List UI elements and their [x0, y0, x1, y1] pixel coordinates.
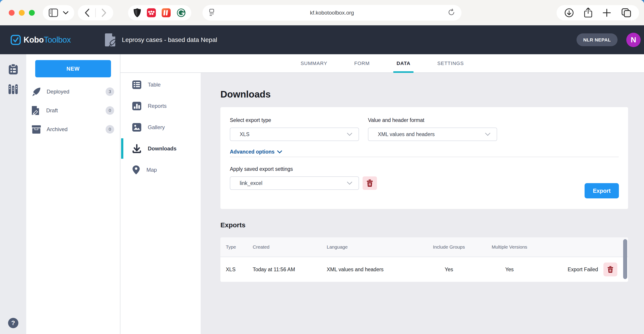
chevron-down-icon [485, 133, 490, 136]
chevron-down-icon[interactable] [63, 11, 68, 14]
cell-created: Today at 11:56 AM [253, 266, 327, 272]
user-avatar[interactable]: N [626, 33, 641, 47]
left-rail: ? [0, 54, 26, 334]
address-bar[interactable]: kf.kobotoolbox.org [202, 5, 462, 20]
delete-saved-setting-button[interactable] [362, 176, 377, 190]
extensions-group [128, 5, 191, 20]
column-header-created: Created [253, 244, 327, 250]
sidebar-item-deployed[interactable]: Deployed 3 [26, 82, 120, 101]
exports-table-header: Type Created Language Include Groups Mul… [220, 238, 628, 257]
format-label: Value and header format [368, 117, 497, 123]
nav-item-label: Table [148, 82, 160, 88]
tab-settings[interactable]: SETTINGS [434, 54, 466, 72]
reader-view-icon[interactable] [209, 8, 214, 17]
sidebar-item-draft[interactable]: Draft 0 [26, 101, 120, 120]
sidebar-item-label: Deployed [47, 88, 100, 95]
kobotoolbox-logo[interactable]: KoboToolbox [10, 35, 71, 45]
export-settings-card: Select export type XLS Value and header … [220, 107, 628, 209]
browser-window: kf.kobotoolbox.org [0, 0, 644, 334]
exports-table: Type Created Language Include Groups Mul… [220, 238, 628, 282]
back-button[interactable] [84, 8, 90, 17]
zoom-window-button[interactable] [29, 10, 35, 16]
nav-item-label: Downloads [148, 146, 176, 152]
library-rail-icon[interactable] [8, 84, 18, 96]
page-title: Downloads [220, 89, 628, 100]
projects-rail-icon[interactable] [8, 64, 18, 76]
format-field: Value and header format XML values and h… [368, 117, 497, 141]
cell-language: XML values and headers [327, 266, 423, 272]
kobotoolbox-logo-icon [10, 35, 21, 45]
close-window-button[interactable] [9, 10, 14, 16]
project-header: Leprosy cases - based data Nepal [104, 33, 217, 47]
format-select[interactable]: XML values and headers [368, 128, 497, 141]
url-text: kf.kobotoolbox.org [310, 10, 354, 16]
rocket-icon [32, 87, 41, 96]
nav-divider [95, 8, 96, 17]
data-nav: Table Reports [120, 73, 201, 334]
help-button[interactable]: ? [8, 318, 18, 328]
saved-settings-row: link_excel [230, 172, 619, 190]
column-header-language: Language [327, 244, 423, 250]
download-icon [132, 144, 142, 153]
nav-item-downloads[interactable]: Downloads [120, 138, 201, 159]
saved-settings-label: Apply saved export settings [230, 166, 619, 172]
reader-extension-icon[interactable] [162, 8, 171, 17]
tab-data[interactable]: DATA [394, 54, 413, 72]
share-icon[interactable] [584, 8, 592, 18]
saved-settings-select[interactable]: link_excel [230, 176, 359, 190]
nav-item-gallery[interactable]: Gallery [120, 116, 201, 138]
archived-count-badge: 0 [106, 125, 114, 134]
tab-overview-icon[interactable] [621, 8, 632, 18]
deployed-form-icon [104, 33, 116, 47]
sidebar-toggle-group [43, 5, 74, 20]
nav-item-reports[interactable]: Reports [120, 95, 201, 116]
new-button[interactable]: NEW [35, 60, 111, 77]
nav-item-label: Reports [148, 103, 166, 109]
organization-badge[interactable]: NLR NEPAL [576, 34, 618, 46]
delete-export-button[interactable] [604, 262, 617, 276]
tab-form[interactable]: FORM [352, 54, 372, 72]
sidebar-item-label: Archived [47, 126, 100, 132]
history-nav-group [78, 5, 113, 20]
downloads-browser-icon[interactable] [564, 8, 574, 18]
tab-summary[interactable]: SUMMARY [298, 54, 330, 72]
export-type-value: XLS [240, 131, 347, 138]
reload-icon[interactable] [448, 8, 455, 17]
cell-multiple-versions: Yes [475, 266, 544, 272]
mendeley-extension-icon[interactable] [147, 8, 156, 17]
sidebar-item-archived[interactable]: Archived 0 [26, 120, 120, 139]
shield-extension-icon[interactable] [134, 8, 141, 18]
main-column: SUMMARY FORM DATA SETTINGS [120, 54, 644, 334]
map-pin-icon [132, 165, 140, 175]
draft-icon [32, 106, 41, 116]
export-type-label: Select export type [230, 117, 359, 123]
nav-item-table[interactable]: Table [120, 74, 201, 95]
nav-item-map[interactable]: Map [120, 159, 201, 180]
asset-sidebar: NEW Deployed 3 [26, 54, 120, 334]
grammarly-extension-icon[interactable] [176, 8, 186, 18]
export-button[interactable]: Export [584, 183, 619, 198]
window-controls [9, 10, 35, 16]
column-header-include-groups: Include Groups [423, 244, 475, 250]
app-body: ? NEW Deployed 3 [0, 54, 644, 334]
column-header-multiple-versions: Multiple Versions [475, 244, 544, 250]
cell-status: Export Failed [544, 262, 628, 276]
table-scrollbar[interactable] [623, 239, 627, 279]
cell-include-groups: Yes [423, 266, 475, 272]
browser-toolbar: kf.kobotoolbox.org [0, 0, 644, 25]
advanced-options-label: Advanced options [230, 149, 274, 155]
advanced-options-toggle[interactable]: Advanced options [230, 149, 282, 155]
browser-sidebar-icon[interactable] [49, 8, 58, 17]
cell-type: XLS [220, 266, 253, 272]
forward-button[interactable] [102, 8, 106, 17]
export-type-select[interactable]: XLS [230, 128, 359, 141]
saved-settings-field: link_excel [230, 172, 359, 190]
archive-icon [32, 125, 41, 134]
new-tab-icon[interactable] [602, 8, 611, 17]
downloads-content: Downloads Select export type XLS [201, 73, 644, 334]
logo-text: KoboToolbox [24, 35, 71, 44]
trash-icon [608, 266, 613, 273]
minimize-window-button[interactable] [19, 10, 25, 16]
format-value: XML values and headers [378, 131, 485, 138]
deployed-count-badge: 3 [106, 88, 114, 96]
